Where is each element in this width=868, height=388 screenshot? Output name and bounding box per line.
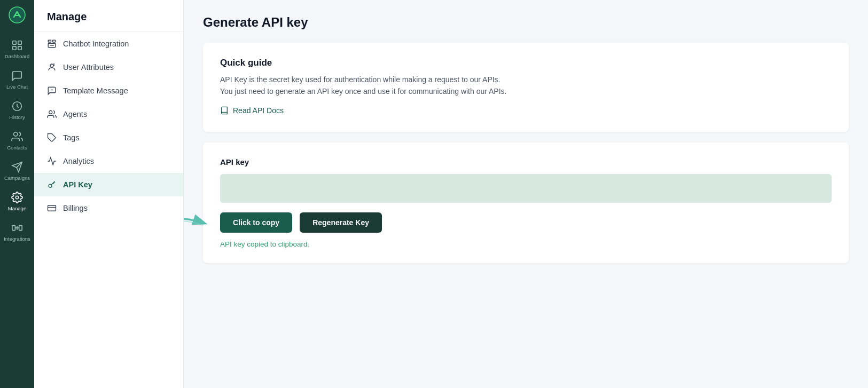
menu-label-chatbot-integration: Chatbot Integration bbox=[63, 39, 129, 48]
main-content: Generate API key Quick guide API Key is … bbox=[184, 0, 868, 388]
svg-point-6 bbox=[14, 132, 18, 136]
read-api-docs-link[interactable]: Read API Docs bbox=[220, 106, 284, 115]
sidebar-label-contacts: Contacts bbox=[7, 145, 27, 151]
menu-label-tags: Tags bbox=[63, 133, 80, 142]
menu-label-template-message: Template Message bbox=[63, 86, 128, 95]
sidebar-item-integrations[interactable]: Integrations bbox=[0, 217, 34, 247]
svg-point-9 bbox=[15, 196, 19, 199]
sidebar-item-history[interactable]: History bbox=[0, 95, 34, 125]
svg-rect-13 bbox=[53, 40, 56, 42]
menu-label-analytics: Analytics bbox=[63, 157, 94, 165]
api-key-label: API key bbox=[220, 157, 832, 167]
menu-sidebar: Manage Chatbot Integration User Attribut… bbox=[34, 0, 184, 388]
menu-item-template-message[interactable]: Template Message bbox=[34, 79, 183, 102]
svg-rect-10 bbox=[12, 225, 15, 230]
sidebar-label-live-chat: Live Chat bbox=[6, 84, 28, 90]
menu-item-api-key[interactable]: API Key bbox=[34, 173, 183, 196]
sidebar-item-manage[interactable]: Manage bbox=[0, 186, 34, 217]
quick-guide-card: Quick guide API Key is the secret key us… bbox=[203, 43, 849, 132]
svg-rect-2 bbox=[18, 41, 21, 44]
svg-rect-3 bbox=[13, 46, 16, 50]
menu-item-agents[interactable]: Agents bbox=[34, 102, 183, 126]
copy-button[interactable]: Click to copy bbox=[220, 212, 292, 233]
svg-point-21 bbox=[49, 184, 52, 187]
menu-item-analytics[interactable]: Analytics bbox=[34, 149, 183, 173]
menu-item-chatbot-integration[interactable]: Chatbot Integration bbox=[34, 32, 183, 56]
svg-line-22 bbox=[51, 181, 54, 185]
sidebar-item-campaigns[interactable]: Campaigns bbox=[0, 156, 34, 186]
menu-item-billings[interactable]: Billings bbox=[34, 196, 183, 220]
menu-item-tags[interactable]: Tags bbox=[34, 126, 183, 149]
svg-point-19 bbox=[49, 110, 52, 114]
app-logo bbox=[6, 4, 28, 26]
sidebar-item-live-chat[interactable]: Live Chat bbox=[0, 65, 34, 95]
svg-rect-4 bbox=[18, 46, 21, 50]
quick-guide-desc: API Key is the secret key used for authe… bbox=[220, 74, 832, 98]
menu-label-billings: Billings bbox=[63, 204, 88, 212]
quick-guide-title: Quick guide bbox=[220, 58, 832, 68]
menu-label-user-attributes: User Attributes bbox=[63, 63, 114, 72]
svg-rect-25 bbox=[48, 205, 56, 211]
button-row: Click to copy Regenerate Key bbox=[220, 212, 832, 233]
sidebar-label-manage: Manage bbox=[8, 205, 26, 211]
menu-sidebar-header: Manage bbox=[34, 0, 183, 32]
copy-success-message: API key copied to clipboard. bbox=[220, 240, 832, 248]
icon-sidebar: Dashboard Live Chat History Contacts Cam… bbox=[0, 0, 34, 388]
menu-label-agents: Agents bbox=[63, 110, 87, 118]
regenerate-button[interactable]: Regenerate Key bbox=[300, 212, 382, 233]
arrow-annotation bbox=[184, 207, 215, 239]
api-key-display bbox=[220, 174, 832, 203]
svg-point-15 bbox=[50, 64, 53, 67]
sidebar-label-dashboard: Dashboard bbox=[5, 53, 29, 59]
svg-rect-11 bbox=[19, 225, 22, 230]
svg-rect-1 bbox=[13, 41, 16, 44]
svg-rect-12 bbox=[48, 40, 51, 42]
sidebar-label-history: History bbox=[9, 114, 25, 120]
sidebar-item-dashboard[interactable]: Dashboard bbox=[0, 34, 34, 65]
api-key-card: API key Click to copy Regenerate Key API… bbox=[203, 142, 849, 263]
page-title: Generate API key bbox=[203, 15, 849, 30]
sidebar-label-campaigns: Campaigns bbox=[4, 175, 30, 181]
menu-label-api-key: API Key bbox=[63, 180, 92, 189]
menu-item-user-attributes[interactable]: User Attributes bbox=[34, 56, 183, 79]
sidebar-item-contacts[interactable]: Contacts bbox=[0, 125, 34, 156]
svg-line-24 bbox=[53, 183, 54, 184]
svg-line-23 bbox=[54, 182, 56, 183]
sidebar-label-integrations: Integrations bbox=[4, 236, 30, 242]
